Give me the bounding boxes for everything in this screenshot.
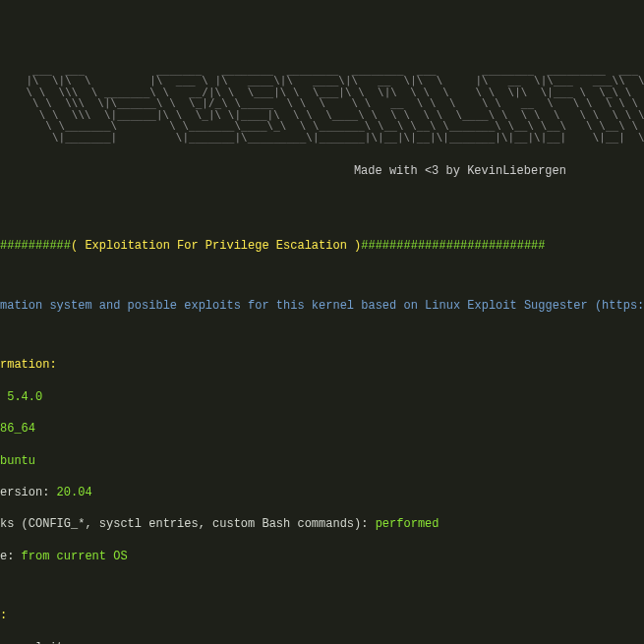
exposure-1: e exploits xyxy=(0,640,644,644)
section-header: ##########( Exploitation For Privilege E… xyxy=(0,238,644,254)
exposure-colon: : xyxy=(0,608,644,623)
checks-line: ks (CONFIG_*, sysctl entries, custom Bas… xyxy=(0,516,644,532)
sysinfo-header: rmation: xyxy=(0,357,644,373)
kernel-line: 5.4.0 xyxy=(0,389,644,405)
credit-line: Made with <3 by KevinLiebergen xyxy=(0,163,644,179)
distro-line: buntu xyxy=(0,453,644,469)
ascii-banner: ___ ___ _______ ________ ________ ______… xyxy=(0,64,644,144)
distro-version-line: ersion: 20.04 xyxy=(0,485,644,500)
source-line: e: from current OS xyxy=(0,549,644,564)
arch-line: 86_64 xyxy=(0,421,644,437)
intro-line: mation system and posible exploits for t… xyxy=(0,298,644,314)
